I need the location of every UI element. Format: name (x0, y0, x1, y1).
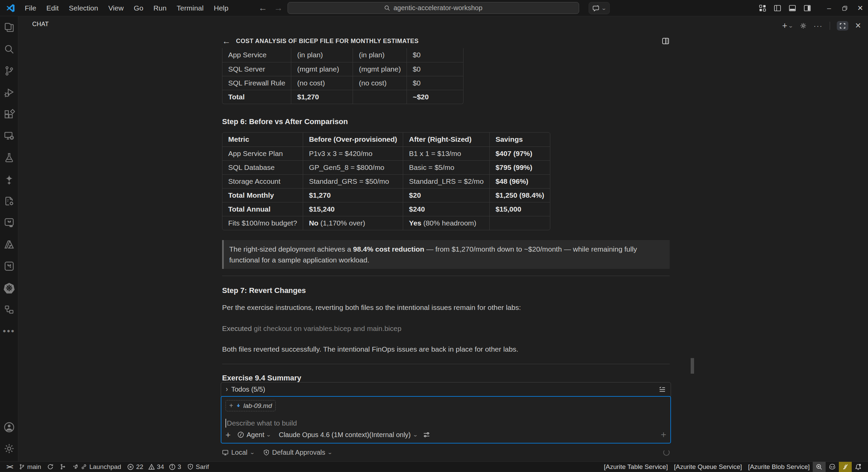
chat-conversation[interactable]: ← COST ANALYSIS OF BICEP FILE FOR MONTHL… (18, 32, 868, 382)
run-debug-icon[interactable] (3, 86, 15, 99)
search-view-icon[interactable] (3, 43, 15, 55)
menu-file[interactable]: File (20, 2, 41, 14)
table-cell: $48 (96%) (490, 174, 550, 188)
settings-gear-icon[interactable] (3, 442, 15, 455)
account-icon[interactable] (3, 421, 15, 433)
shield-icon (187, 464, 194, 470)
table-cell: $0 (407, 62, 463, 76)
tools-sliders-icon[interactable] (423, 431, 430, 438)
cost-summary-table: App Service(in plan)(in plan)$0SQL Serve… (222, 48, 463, 104)
git-graph-item[interactable] (57, 462, 69, 472)
table-row: Total$1,270~$20 (222, 90, 463, 104)
table-cell: $1,270 (303, 188, 403, 202)
input-toolbar: + Agent ⌄ Claude Opus 4.6 (1M context)(I… (225, 429, 666, 440)
customize-layout-icon[interactable] (759, 4, 766, 12)
azurite-queue-service[interactable]: [Azurite Queue Service] (671, 462, 745, 472)
remote-indicator[interactable]: >< (3, 462, 16, 472)
open-in-editor-icon[interactable] (662, 37, 670, 45)
copilot-status[interactable] (826, 462, 839, 472)
environment-picker[interactable]: Local ⌄ (222, 449, 254, 456)
step6-heading: Step 6: Before vs After Comparison (222, 117, 670, 126)
disconnected-zap-icon (842, 464, 849, 470)
kubernetes-icon[interactable] (3, 281, 15, 294)
source-control-icon[interactable] (3, 64, 15, 77)
extensions-icon[interactable] (3, 108, 15, 120)
chevron-down-icon: ⌄ (327, 450, 333, 455)
comparison-table: MetricBefore (Over-provisioned)After (Ri… (222, 132, 550, 230)
send-icon[interactable]: + (661, 429, 666, 440)
table-cell: B1 x 1 = $13/mo (403, 146, 490, 160)
todo-list-icon[interactable] (658, 386, 666, 393)
table-cell: No (1,170% over) (303, 216, 403, 230)
model-picker[interactable]: Claude Opus 4.6 (1M context)(Internal on… (279, 431, 417, 439)
terraform-cloud-icon[interactable] (3, 216, 15, 229)
todos-bar[interactable]: › Todos (5/5) (221, 382, 671, 396)
dev-file-gear-icon[interactable] (3, 195, 15, 207)
git-branch-item[interactable]: main (16, 462, 44, 472)
menu-view[interactable]: View (104, 2, 128, 14)
menu-run[interactable]: Run (149, 2, 171, 14)
table-cell: Total (222, 90, 291, 104)
window-restore-button[interactable] (837, 0, 852, 16)
menu-go[interactable]: Go (130, 2, 148, 14)
close-panel-icon[interactable]: ✕ (855, 21, 861, 30)
more-actions-icon[interactable]: ··· (814, 22, 823, 30)
title-bar: File Edit Selection View Go Run Terminal… (0, 0, 868, 16)
toggle-primary-sidebar-icon[interactable] (774, 4, 781, 12)
terraform-icon[interactable] (3, 260, 15, 272)
maximize-panel-button[interactable] (837, 21, 848, 31)
chat-input-box[interactable]: + lab-09.md Describe what to build + Ag (221, 396, 671, 444)
problems-item[interactable]: 22 34 3 (124, 462, 184, 472)
command-center-search[interactable]: agentic-accelerator-workshop (288, 2, 579, 14)
window-minimize-button[interactable]: – (821, 0, 837, 16)
window-close-button[interactable]: ✕ (852, 0, 868, 16)
azurite-table-service[interactable]: [Azurite Table Service] (601, 462, 671, 472)
summary-heading: Exercise 9.4 Summary (222, 374, 670, 382)
chat-session-title: COST ANALYSIS OF BICEP FILE FOR MONTHLY … (236, 38, 662, 45)
copilot-sparkle-icon[interactable] (3, 173, 15, 185)
history-forward-icon[interactable]: → (274, 3, 283, 13)
more-views-icon[interactable]: ••• (3, 325, 15, 337)
menu-edit[interactable]: Edit (42, 2, 63, 14)
zoom-indicator[interactable] (813, 462, 826, 472)
launchpad-item[interactable]: Launchpad (69, 462, 124, 472)
attach-plus-icon[interactable]: + (225, 430, 231, 440)
mode-picker[interactable]: Agent ⌄ (235, 430, 273, 440)
status-bar: >< main Launchpad 22 34 3 Sarif [Azurite… (0, 461, 868, 472)
copilot-menu-button[interactable]: ⌄ (589, 2, 610, 14)
new-chat-button[interactable]: +⌄ (782, 20, 793, 31)
toggle-panel-icon[interactable] (789, 4, 796, 12)
back-arrow-icon[interactable]: ← (222, 36, 231, 46)
notifications-bell[interactable] (852, 462, 865, 472)
toggle-secondary-sidebar-icon[interactable] (804, 4, 811, 12)
sarif-item[interactable]: Sarif (184, 462, 212, 472)
step7-heading: Step 7: Revert Changes (222, 286, 670, 295)
testing-icon[interactable] (3, 151, 15, 164)
add-context-icon: + (229, 402, 233, 410)
sync-changes-item[interactable] (44, 462, 57, 472)
flow-diagram-icon[interactable] (3, 303, 15, 316)
menu-selection[interactable]: Selection (64, 2, 102, 14)
table-cell: (no cost) (353, 76, 407, 90)
azure-icon[interactable] (3, 238, 15, 251)
connection-warning[interactable] (839, 462, 852, 472)
activity-bar: ••• (0, 16, 18, 461)
remote-explorer-icon[interactable] (3, 130, 15, 142)
table-row: App Service PlanP1v3 x 3 = $420/moB1 x 1… (222, 146, 550, 160)
divider (830, 22, 830, 30)
summary-blockquote: The right-sized deployment achieves a 98… (222, 240, 670, 269)
azurite-blob-service[interactable]: [Azurite Blob Service] (745, 462, 813, 472)
menu-terminal[interactable]: Terminal (172, 2, 208, 14)
explorer-icon[interactable] (3, 21, 15, 34)
chevron-right-icon: › (226, 385, 228, 394)
tab-chat[interactable]: CHAT (32, 21, 49, 28)
menu-help[interactable]: Help (209, 2, 233, 14)
scrollbar-thumb[interactable] (691, 358, 694, 374)
bell-icon (855, 464, 862, 470)
device-screen-icon (222, 449, 229, 456)
divider (222, 364, 670, 364)
attached-file-chip[interactable]: + lab-09.md (225, 400, 276, 411)
chat-settings-gear-icon[interactable] (800, 22, 807, 29)
approvals-picker[interactable]: Default Approvals ⌄ (263, 449, 332, 456)
history-back-icon[interactable]: ← (258, 3, 267, 13)
